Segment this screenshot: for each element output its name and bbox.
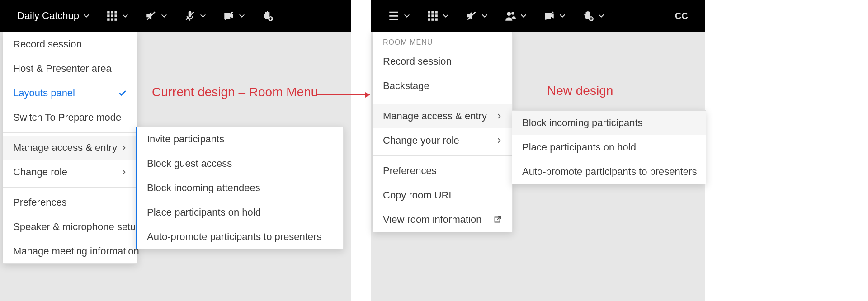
raise-hand-icon: [582, 10, 594, 22]
menu-change-role[interactable]: Change role: [3, 160, 137, 184]
menu-item-label: Copy room URL: [383, 189, 454, 201]
toolbar-current: Daily Catchup: [0, 0, 351, 32]
svg-rect-16: [435, 11, 437, 13]
menu-item-label: Switch To Prepare mode: [13, 112, 121, 123]
chevron-down-icon: [559, 12, 566, 19]
chevron-down-icon: [598, 12, 605, 19]
chevron-down-icon: [122, 12, 129, 19]
submenu-place-participants-on-hold[interactable]: Place participants on hold: [137, 200, 343, 225]
camera-muted-icon: [543, 10, 555, 22]
menu-separator: [373, 155, 512, 156]
menu-item-label: Manage access & entry: [13, 142, 117, 154]
svg-rect-4: [111, 14, 113, 17]
submenu-block-incoming-attendees[interactable]: Block incoming attendees: [137, 176, 343, 200]
svg-rect-15: [431, 11, 434, 13]
popout-icon: [492, 215, 502, 225]
menu-header: ROOM MENU: [373, 32, 512, 49]
manage-access-submenu-new: Block incoming participants Place partic…: [512, 110, 706, 184]
menu-backstage[interactable]: Backstage: [373, 74, 512, 98]
menu-layouts-panel[interactable]: Layouts panel: [3, 81, 137, 105]
room-menu-dropdown-current: Record session Host & Presenter area Lay…: [3, 32, 137, 264]
submenu-auto-promote[interactable]: Auto-promote participants to presenters: [137, 225, 343, 249]
menu-item-label: Invite participants: [147, 133, 224, 145]
speaker-button[interactable]: [137, 0, 176, 32]
raise-hand-button[interactable]: [574, 0, 613, 32]
attendees-icon: [505, 10, 516, 22]
hamburger-icon: [388, 10, 400, 22]
chevron-down-icon: [520, 12, 527, 19]
menu-record-session[interactable]: Record session: [373, 49, 512, 74]
menu-item-label: Manage meeting information: [13, 245, 139, 257]
submenu-invite-participants[interactable]: Invite participants: [137, 127, 343, 151]
cc-label: CC: [675, 11, 688, 21]
menu-host-presenter-area[interactable]: Host & Presenter area: [3, 56, 137, 81]
menu-separator: [3, 132, 137, 133]
menu-copy-room-url[interactable]: Copy room URL: [373, 183, 512, 207]
manage-access-submenu-current: Invite participants Block guest access B…: [136, 127, 344, 249]
menu-switch-prepare-mode[interactable]: Switch To Prepare mode: [3, 105, 137, 130]
chevron-down-icon: [160, 12, 168, 19]
svg-rect-7: [111, 18, 113, 20]
submenu-block-incoming-participants[interactable]: Block incoming participants: [512, 111, 706, 135]
menu-view-room-information[interactable]: View room information: [373, 207, 512, 232]
menu-separator: [373, 101, 512, 101]
microphone-button[interactable]: [176, 0, 215, 32]
layouts-grid-button[interactable]: [98, 0, 137, 32]
svg-rect-20: [428, 18, 430, 20]
layouts-grid-button[interactable]: [419, 0, 458, 32]
svg-rect-19: [435, 14, 437, 17]
speaker-muted-icon: [466, 10, 477, 22]
room-menu-button[interactable]: [380, 0, 419, 32]
menu-preferences[interactable]: Preferences: [3, 190, 137, 215]
camera-button[interactable]: [535, 0, 574, 32]
svg-rect-14: [428, 11, 430, 13]
menu-item-label: Change your role: [383, 135, 459, 146]
raise-hand-button[interactable]: [254, 0, 282, 32]
svg-point-24: [507, 12, 511, 16]
arrow-icon: [316, 89, 374, 100]
menu-item-label: Block incoming attendees: [147, 182, 260, 194]
annotation-new-design: New design: [547, 84, 613, 98]
submenu-place-participants-on-hold[interactable]: Place participants on hold: [512, 135, 706, 160]
menu-item-label: Preferences: [13, 197, 67, 208]
menu-item-label: Auto-promote participants to presenters: [522, 166, 697, 178]
submenu-auto-promote[interactable]: Auto-promote participants to presenters: [512, 160, 706, 184]
svg-rect-0: [107, 11, 109, 13]
svg-rect-17: [428, 14, 430, 17]
attendees-button[interactable]: [496, 0, 535, 32]
check-icon: [118, 89, 127, 98]
menu-item-label: Host & Presenter area: [13, 63, 112, 75]
menu-item-label: Record session: [13, 38, 82, 50]
room-menu-dropdown-new: ROOM MENU Record session Backstage Manag…: [373, 32, 513, 232]
grid-icon: [106, 10, 118, 22]
cc-button[interactable]: CC: [667, 0, 696, 32]
raise-hand-icon: [262, 10, 274, 22]
toolbar-new: CC: [371, 0, 705, 32]
menu-speaker-microphone-setup[interactable]: Speaker & microphone setup: [3, 215, 137, 239]
svg-rect-3: [107, 14, 109, 17]
menu-manage-access-entry[interactable]: Manage access & entry: [373, 104, 512, 128]
menu-item-label: Layouts panel: [13, 87, 75, 99]
submenu-block-guest-access[interactable]: Block guest access: [137, 151, 343, 176]
camera-button[interactable]: [215, 0, 254, 32]
speaker-button[interactable]: [458, 0, 496, 32]
svg-rect-6: [107, 18, 109, 20]
menu-separator: [3, 187, 137, 188]
room-name-label: Daily Catchup: [17, 10, 79, 22]
menu-item-label: Block incoming participants: [522, 117, 643, 129]
menu-preferences[interactable]: Preferences: [373, 159, 512, 183]
room-name-dropdown[interactable]: Daily Catchup: [9, 0, 98, 32]
camera-muted-icon: [223, 10, 235, 22]
menu-item-label: Manage access & entry: [383, 110, 487, 122]
microphone-muted-icon: [184, 10, 196, 22]
menu-manage-access-entry[interactable]: Manage access & entry: [3, 136, 137, 160]
chevron-down-icon: [83, 12, 90, 19]
menu-change-your-role[interactable]: Change your role: [373, 128, 512, 153]
menu-manage-meeting-information[interactable]: Manage meeting information: [3, 239, 137, 263]
chevron-down-icon: [481, 12, 488, 19]
menu-record-session[interactable]: Record session: [3, 32, 137, 56]
svg-point-25: [511, 12, 514, 14]
menu-item-label: Record session: [383, 56, 452, 67]
chevron-down-icon: [442, 12, 449, 19]
speaker-muted-icon: [145, 10, 157, 22]
